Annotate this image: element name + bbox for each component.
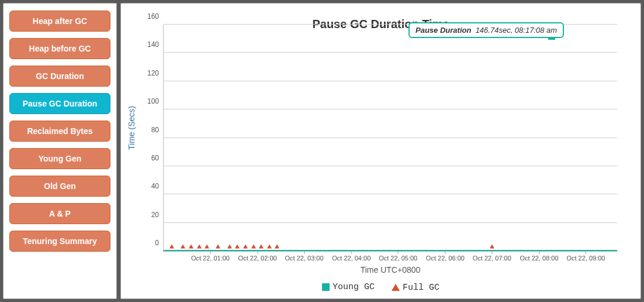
y-tick: 100: [147, 97, 159, 105]
datapoint-full-gc[interactable]: [251, 244, 256, 248]
x-tick: Oct 22, 08:00: [520, 255, 558, 262]
datapoint-full-gc[interactable]: [227, 244, 232, 248]
chart-pane: Pause GC Duration Time Time (Secs) 0 20 …: [120, 3, 641, 299]
datapoint-full-gc[interactable]: [235, 244, 240, 248]
x-tick: Oct 22, 05:00: [379, 255, 417, 262]
chart-x-axis-label: Time UTC+0800: [164, 265, 617, 274]
tooltip-label: Pause Duration: [416, 26, 471, 35]
chart-tooltip: Pause Duration 146.74sec, 08:17:08 am: [408, 22, 564, 38]
triangle-icon: [392, 284, 400, 291]
y-tick: 20: [151, 211, 159, 219]
sidebar-item-heap-after-gc[interactable]: Heap after GC: [9, 11, 110, 32]
y-tick: 140: [147, 40, 159, 49]
y-tick: 80: [151, 126, 159, 134]
datapoint-full-gc[interactable]: [243, 244, 248, 248]
x-tick: Oct 22, 09:00: [566, 255, 605, 262]
datapoint-full-gc[interactable]: [275, 244, 279, 248]
chart-y-axis-label: Time (Secs): [127, 106, 136, 150]
datapoint-full-gc[interactable]: [259, 244, 264, 248]
x-tick: Oct 22, 06:00: [426, 255, 465, 262]
series-line-young-gc: [164, 250, 617, 251]
x-tick: Oct 22, 01:00: [191, 255, 230, 262]
x-tick: Oct 22, 02:00: [238, 255, 277, 262]
datapoint-full-gc[interactable]: [169, 244, 174, 248]
legend-item-full-gc[interactable]: Full GC: [392, 283, 439, 293]
datapoint-full-gc[interactable]: [181, 244, 185, 248]
sidebar-item-young-gen[interactable]: Young Gen: [9, 148, 110, 169]
datapoint-full-gc[interactable]: [205, 244, 209, 248]
sidebar-item-tenuring-summary[interactable]: Tenuring Summary: [9, 231, 110, 252]
sidebar-item-heap-before-gc[interactable]: Heap before GC: [9, 38, 110, 59]
y-tick: 60: [151, 154, 159, 162]
legend-item-young-gc[interactable]: Young GC: [322, 282, 375, 292]
legend-label: Young GC: [333, 282, 375, 292]
y-tick: 0: [155, 239, 159, 247]
sidebar-item-old-gen[interactable]: Old Gen: [9, 176, 110, 197]
sidebar-item-pause-gc-duration[interactable]: Pause GC Duration: [9, 93, 110, 114]
datapoint-full-gc[interactable]: [197, 244, 202, 248]
x-tick: Oct 22, 03:00: [285, 255, 324, 262]
legend-label: Full GC: [403, 283, 439, 293]
sidebar-item-gc-duration[interactable]: GC Duration: [9, 66, 110, 87]
y-tick: 160: [147, 12, 159, 20]
sidebar-item-reclaimed-bytes[interactable]: Reclaimed Bytes: [9, 121, 110, 142]
tooltip-value: 146.74sec, 08:17:08 am: [473, 26, 557, 35]
datapoint-full-gc[interactable]: [216, 244, 220, 248]
chart-plot-area[interactable]: 0 20 40 60 80 100 120 140 160 Oct 22, 01…: [163, 25, 617, 252]
y-tick: 40: [151, 182, 159, 190]
x-tick: Oct 22, 04:00: [332, 255, 371, 262]
chart-legend: Young GC Full GC: [121, 282, 640, 294]
datapoint-full-gc[interactable]: [189, 244, 193, 248]
square-icon: [322, 283, 330, 291]
x-tick: Oct 22, 07:00: [473, 255, 511, 262]
y-tick: 120: [147, 69, 159, 77]
sidebar-item-a-and-p[interactable]: A & P: [9, 203, 110, 224]
datapoint-full-gc[interactable]: [490, 244, 494, 248]
datapoint-full-gc[interactable]: [267, 244, 272, 248]
sidebar: Heap after GC Heap before GC GC Duration…: [3, 3, 117, 299]
